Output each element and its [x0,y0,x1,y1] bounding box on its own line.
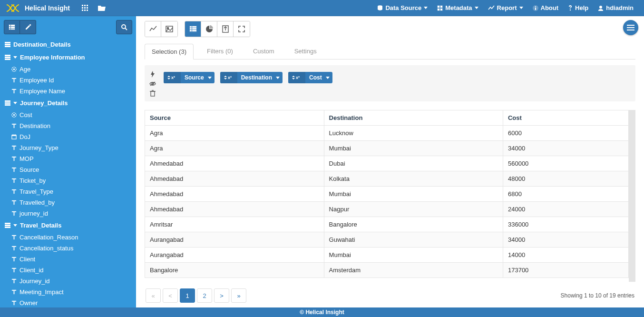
chip-sort-icon[interactable]: x² [220,72,237,83]
tree-item[interactable]: Employee Name [4,86,132,97]
table-cell: Aurangabad [145,248,324,263]
page-prev-button[interactable]: < [163,288,178,303]
tab-custom[interactable]: Custom [246,44,281,59]
page-next-button[interactable]: > [214,288,229,303]
caret-down-icon [519,7,523,9]
chip-sort-icon[interactable]: x² [164,72,181,83]
tree-item-label: Employee Name [20,88,65,95]
nav-report[interactable]: Report [483,0,528,16]
tab-settings[interactable]: Settings [288,44,323,59]
image-chart-button[interactable] [161,21,177,37]
table-row[interactable]: AurangabadGuwahati34000 [145,232,629,248]
svg-rect-85 [14,235,15,239]
line-chart-button[interactable] [145,21,161,37]
tree-item[interactable]: Source [4,164,132,175]
fullscreen-button[interactable] [234,21,250,37]
data-table-scroll[interactable]: SourceDestinationCost AgraLucknow6000Agr… [145,110,635,282]
svg-rect-114 [151,91,155,96]
tree-item[interactable]: Cancellation_Reason [4,232,132,243]
chip-sort-icon[interactable]: x² [288,72,305,83]
tree-item[interactable]: Age [4,64,132,75]
tree-item[interactable]: Destination [4,120,132,131]
table-row[interactable]: AmritsarBangalore336000 [145,217,629,232]
nav-user[interactable]: hdiadmin [593,0,638,16]
svg-rect-0 [82,5,83,6]
tree-item[interactable]: Travel_Type [4,186,132,197]
tree-group-header[interactable]: Destination_Details [4,38,132,51]
tab-filters[interactable]: Filters (0) [200,44,240,59]
tree-item[interactable]: Journey_Type [4,142,132,153]
page-first-button[interactable]: « [146,288,161,303]
svg-rect-40 [16,69,17,70]
sidebar-search-button[interactable] [116,20,132,34]
sidebar-edit-button[interactable] [20,20,36,34]
svg-rect-8 [87,10,88,11]
table-row[interactable]: AhmedabadMumbai6800 [145,187,629,202]
tree-item-label: Ticket_by [20,177,46,184]
sidebar-table-view-button[interactable] [4,20,20,34]
tree-item[interactable]: Client_id [4,265,132,276]
tree-item[interactable]: Client [4,254,132,265]
svg-text:x²: x² [296,75,300,80]
tree-item[interactable]: MOP [4,153,132,164]
table-header-cell[interactable]: Cost [503,110,628,126]
selection-chip[interactable]: x²Cost [288,72,332,83]
table-row[interactable]: BangaloreAmsterdam173700 [145,263,629,278]
tree-group-label: Destination_Details [13,41,71,48]
nav-user-label: hdiadmin [606,4,634,11]
table-header-cell[interactable]: Source [145,110,324,126]
floating-menu-button[interactable] [623,20,638,35]
svg-rect-97 [14,301,15,305]
pie-chart-button[interactable] [201,21,217,37]
svg-rect-34 [5,57,10,58]
nav-help[interactable]: Help [563,0,593,16]
apps-icon[interactable] [82,5,88,11]
page-2-button[interactable]: 2 [197,288,212,303]
svg-rect-105 [192,26,196,28]
svg-rect-49 [5,100,10,102]
nav-metadata[interactable]: Metadata [432,0,483,16]
tree-group-header[interactable]: Travel_Details [4,219,132,232]
flash-icon[interactable] [150,71,155,78]
trash-icon[interactable] [150,90,156,97]
table-row[interactable]: AhmedabadKolkata48000 [145,171,629,187]
selection-chip[interactable]: x²Source [164,72,215,83]
tree-item[interactable]: Meeting_Impact [4,287,132,297]
table-cell: Mumbai [324,141,503,156]
table-row[interactable]: AurangabadMumbai14000 [145,248,629,263]
visibility-icon[interactable] [149,81,156,86]
text-icon [11,189,17,194]
tree-item[interactable]: Cost [4,109,132,120]
text-icon [11,178,17,183]
tree-item[interactable]: Journey_id [4,276,132,287]
svg-rect-57 [12,113,13,114]
selection-chip[interactable]: x²Destination [220,72,283,83]
tree-item[interactable]: Travelled_by [4,197,132,208]
caret-down-icon [208,77,215,79]
folder-open-icon[interactable] [98,5,106,11]
tree-item[interactable]: journey_id [4,208,132,219]
tab-selection[interactable]: Selection (3) [145,44,194,59]
table-header-cell[interactable]: Destination [324,110,503,126]
nav-data-source[interactable]: Data Source [372,0,432,16]
table-row[interactable]: AgraLucknow6000 [145,126,629,141]
page-1-button[interactable]: 1 [180,288,195,303]
export-button[interactable] [217,21,234,37]
table-row[interactable]: AhmedabadNagpur24000 [145,202,629,217]
page-last-button[interactable]: » [231,288,246,303]
table-row[interactable]: AhmedabadDubai560000 [145,156,629,171]
table-icon [5,100,10,106]
tree-group-header[interactable]: Journey_Details [4,97,132,109]
tree-item[interactable]: Cancellation_status [4,243,132,254]
svg-point-28 [122,25,126,29]
text-icon [11,235,17,240]
tree-group-header[interactable]: Employee Information [4,51,132,64]
table-view-button[interactable] [185,21,201,37]
nav-about[interactable]: About [528,0,564,16]
tree-item[interactable]: Owner [4,297,132,307]
tree-item[interactable]: Ticket_by [4,175,132,186]
tree-item[interactable]: Employee Id [4,75,132,86]
table-row[interactable]: AgraMumbai34000 [145,141,629,156]
text-icon [11,167,17,172]
tree-item[interactable]: DoJ [4,131,132,142]
